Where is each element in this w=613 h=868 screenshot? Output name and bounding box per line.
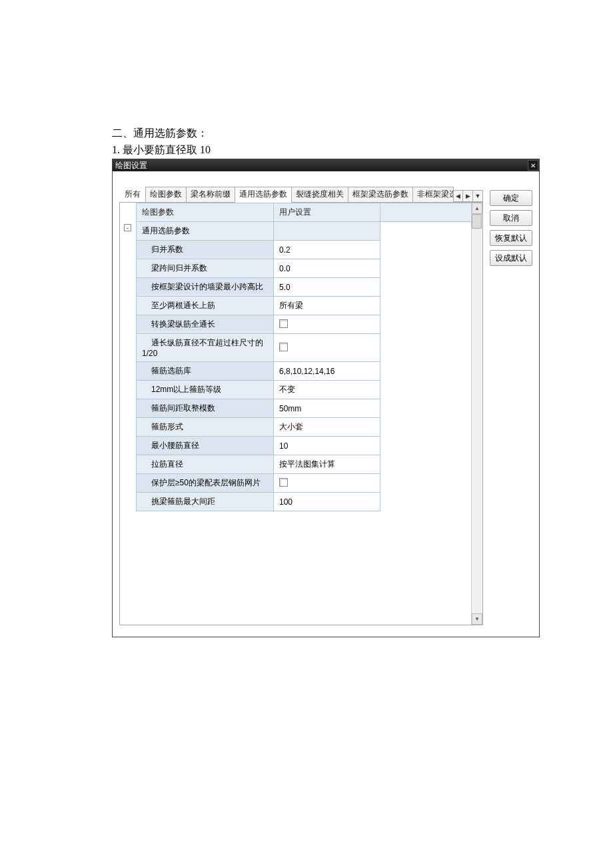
- close-icon: ✕: [530, 162, 536, 169]
- table-row: 拉筋直径按平法图集计算: [137, 455, 483, 474]
- param-value[interactable]: 所有梁: [274, 297, 380, 315]
- param-value[interactable]: 大小套: [274, 418, 380, 437]
- dialog-drawing-settings: 绘图设置 ✕ 所有 绘图参数 梁名称前缀 通用选筋参数 裂缝挠度相关 框架梁选筋…: [112, 159, 540, 637]
- param-value[interactable]: 50mm: [274, 399, 380, 418]
- item-heading: 1. 最小要筋直径取 10: [112, 143, 613, 157]
- param-label: 挑梁箍筋最大间距: [137, 493, 274, 511]
- param-value[interactable]: [274, 315, 380, 334]
- param-label: 12mm以上箍筋等级: [137, 381, 274, 399]
- table-row: 最小腰筋直径10: [137, 437, 483, 455]
- table-row: 归并系数0.2: [137, 241, 483, 259]
- tab-general-rebar[interactable]: 通用选筋参数: [235, 187, 292, 203]
- table-row: 转换梁纵筋全通长: [137, 315, 483, 334]
- checkbox[interactable]: [279, 343, 288, 351]
- cancel-button[interactable]: 取消: [490, 210, 532, 226]
- scroll-up-button[interactable]: ▲: [472, 203, 482, 214]
- table-row: 箍筋形式大小套: [137, 418, 483, 437]
- grid-group-value: [274, 222, 380, 241]
- tree-collapse-toggle[interactable]: -: [124, 224, 131, 231]
- param-label: 箍筋间距取整模数: [137, 399, 274, 418]
- param-label: 保护层≥50的梁配表层钢筋网片: [137, 474, 274, 493]
- tab-all[interactable]: 所有: [119, 187, 146, 202]
- param-value[interactable]: 6,8,10,12,14,16: [274, 362, 380, 381]
- table-row: 12mm以上箍筋等级不变: [137, 381, 483, 399]
- scrollbar-thumb[interactable]: [472, 214, 482, 229]
- tab-draw-params[interactable]: 绘图参数: [145, 187, 187, 202]
- param-value[interactable]: 0.2: [274, 241, 380, 259]
- close-button[interactable]: ✕: [528, 160, 538, 171]
- scroll-down-button[interactable]: ▼: [472, 613, 482, 625]
- table-row: 至少两根通长上筋所有梁: [137, 297, 483, 315]
- param-label: 通长纵筋直径不宜超过柱尺寸的1/20: [137, 334, 274, 362]
- param-label: 按框架梁设计的墙梁最小跨高比: [137, 278, 274, 297]
- triangle-down-icon: ▼: [474, 616, 480, 622]
- param-label: 梁跨间归并系数: [137, 259, 274, 278]
- param-value[interactable]: [274, 334, 380, 362]
- ok-button[interactable]: 确定: [490, 190, 532, 206]
- param-value[interactable]: 0.0: [274, 259, 380, 278]
- param-value[interactable]: 5.0: [274, 278, 380, 297]
- param-value[interactable]: 按平法图集计算: [274, 455, 380, 474]
- tab-bar: 所有 绘图参数 梁名称前缀 通用选筋参数 裂缝挠度相关 框架梁选筋参数 非框架梁…: [119, 187, 483, 202]
- param-value[interactable]: 10: [274, 437, 380, 455]
- grid-group-row: 通用选筋参数: [137, 222, 274, 241]
- param-value[interactable]: 100: [274, 493, 380, 511]
- tab-crack-deflection[interactable]: 裂缝挠度相关: [291, 187, 348, 202]
- param-label: 最小腰筋直径: [137, 437, 274, 455]
- grid-header-blank: [380, 203, 483, 222]
- parameter-grid: 绘图参数 用户设置 通用选筋参数归并系数0.2梁跨间归并系数0.0按框架梁设计的…: [136, 203, 482, 511]
- table-row: 保护层≥50的梁配表层钢筋网片: [137, 474, 483, 493]
- tab-non-frame-beam[interactable]: 非框架梁选: [412, 187, 454, 202]
- tree-gutter: -: [120, 203, 136, 625]
- triangle-left-icon: ◀: [456, 193, 460, 199]
- grid-header-param: 绘图参数: [137, 203, 274, 222]
- param-value[interactable]: 不变: [274, 381, 380, 399]
- tab-frame-beam-rebar[interactable]: 框架梁选筋参数: [348, 187, 413, 202]
- checkbox[interactable]: [279, 478, 288, 487]
- button-column: 确定 取消 恢复默认 设成默认: [483, 187, 532, 625]
- triangle-right-icon: ▶: [466, 193, 470, 199]
- parameter-panel: - 绘图参数 用户设置: [119, 202, 483, 625]
- param-label: 转换梁纵筋全通长: [137, 315, 274, 334]
- table-row: 箍筋间距取整模数50mm: [137, 399, 483, 418]
- param-label: 箍筋选筋库: [137, 362, 274, 381]
- param-label: 至少两根通长上筋: [137, 297, 274, 315]
- tab-beam-name-prefix[interactable]: 梁名称前缀: [186, 187, 235, 202]
- restore-default-button[interactable]: 恢复默认: [490, 230, 532, 246]
- param-label: 箍筋形式: [137, 418, 274, 437]
- tab-scroll-left[interactable]: ◀: [452, 190, 463, 202]
- param-label: 拉筋直径: [137, 455, 274, 474]
- table-row: 通长纵筋直径不宜超过柱尺寸的1/20: [137, 334, 483, 362]
- table-row: 梁跨间归并系数0.0: [137, 259, 483, 278]
- set-default-button[interactable]: 设成默认: [490, 250, 532, 266]
- vertical-scrollbar[interactable]: ▲ ▼: [471, 203, 482, 625]
- tab-scroll-right[interactable]: ▶: [462, 190, 473, 202]
- triangle-up-icon: ▲: [474, 205, 480, 211]
- table-row: 箍筋选筋库6,8,10,12,14,16: [137, 362, 483, 381]
- triangle-down-icon: ▼: [475, 193, 481, 199]
- dialog-title: 绘图设置: [115, 160, 147, 171]
- param-value[interactable]: [274, 474, 380, 493]
- grid-header-value: 用户设置: [274, 203, 380, 222]
- table-row: 按框架梁设计的墙梁最小跨高比5.0: [137, 278, 483, 297]
- titlebar: 绘图设置 ✕: [113, 159, 539, 171]
- tab-dropdown[interactable]: ▼: [472, 190, 483, 202]
- checkbox[interactable]: [279, 319, 288, 328]
- param-label: 归并系数: [137, 241, 274, 259]
- section-heading: 二、通用选筋参数：: [112, 127, 613, 141]
- table-row: 挑梁箍筋最大间距100: [137, 493, 483, 511]
